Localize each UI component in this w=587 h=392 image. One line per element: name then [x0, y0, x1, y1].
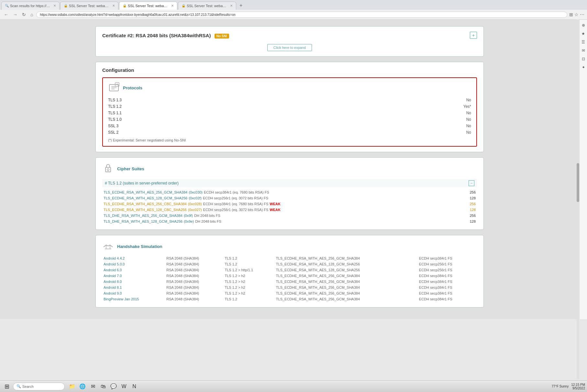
handshake-extra: ECDH secp384r1 FS [418, 285, 477, 290]
cipher-suite-name[interactable]: TLS_DHE_RSA_WITH_AES_128_GCM_SHA256 [104, 219, 183, 223]
extensions-icon[interactable]: ⊞ [569, 12, 573, 17]
protocol-name: TLS 1.2 [108, 103, 338, 110]
protocol-value: No [338, 116, 471, 123]
handshake-key: RSA 2048 (SHA384) [165, 285, 223, 290]
weak-badge: WEAK [270, 202, 281, 206]
cipher-suite-code: (0xc027) [188, 208, 202, 212]
tab-2[interactable]: 🔒 SSL Server Test: webappfrontdo... ✕ [60, 2, 118, 10]
url-box[interactable]: https://www.ssllabs.com/ssltest/analyze.… [36, 12, 567, 18]
home-button[interactable]: ⌂ [29, 11, 34, 18]
tab-2-close[interactable]: ✕ [112, 4, 115, 7]
scrollbar-thumb[interactable] [577, 163, 579, 202]
protocol-row: SSL 2No [108, 129, 471, 136]
cert-expand-icon-button[interactable]: + [470, 32, 477, 39]
handshake-suite: TLS_ECDHE_RSA_WITH_AES_256_GCM_SHA384 [275, 290, 418, 296]
handshake-key: RSA 2048 (SHA384) [165, 279, 223, 285]
settings-icon[interactable]: ⋯ [580, 12, 584, 17]
collapse-button[interactable]: − [469, 180, 474, 186]
protocols-title-link[interactable]: Protocols [123, 85, 142, 90]
back-button[interactable]: ← [3, 11, 10, 18]
handshake-key: RSA 2048 (SHA384) [165, 261, 223, 267]
handshake-protocol: TLS 1.2 > h2 [223, 285, 274, 290]
protocol-value: Yes* [338, 103, 471, 110]
refresh-button[interactable]: ↻ [21, 11, 27, 18]
handshake-title-link[interactable]: Handshake Simulation [117, 244, 162, 249]
sidebar-icon-4[interactable]: ✉ [581, 48, 586, 53]
cipher-row: TLS_DHE_RSA_WITH_AES_256_GCM_SHA384 (0x9… [102, 213, 477, 218]
protocol-row: TLS 1.0No [108, 116, 471, 123]
handshake-client[interactable]: Android 7.0 [102, 273, 165, 279]
favorites-icon[interactable]: ☆ [574, 12, 579, 17]
handshake-extra: ECDH secp384r1 FS [418, 279, 477, 285]
handshake-row: BingPreview Jan 2015RSA 2048 (SHA384)TLS… [102, 296, 477, 302]
right-sidebar: ⊕ ★ ☰ ✉ ⊡ ✦ [579, 20, 587, 319]
handshake-client[interactable]: Android 9.0 [102, 290, 165, 296]
protocols-icon [108, 82, 120, 94]
handshake-extra: ECDH secp384r1 FS [418, 273, 477, 279]
handshake-client[interactable]: Android 6.0 [102, 267, 165, 273]
sidebar-icon-6[interactable]: ✦ [581, 64, 586, 70]
handshake-suite: TLS_ECDHE_RSA_WITH_AES_256_GCM_SHA384 [275, 255, 418, 261]
main-content: Certificate #2: RSA 2048 bits (SHA384wit… [86, 20, 493, 319]
cipher-suite-name[interactable]: TLS_ECDHE_RSA_WITH_AES_256_GCM_SHA384 [104, 190, 187, 194]
handshake-extra: ECDH secp384r1 FS [418, 290, 477, 296]
forward-button[interactable]: → [12, 11, 19, 18]
tab-1-close[interactable]: ✕ [53, 4, 56, 7]
tab-4[interactable]: 🔒 SSL Server Test: webappfrontdo... ✕ [178, 2, 236, 10]
cipher-suite-name[interactable]: TLS_ECDHE_RSA_WITH_AES_128_GCM_SHA256 [104, 196, 187, 200]
tab-3-label: SSL Server Test: webappfrontdo... [128, 4, 169, 8]
protocol-value: No [338, 129, 471, 136]
tab-3-close[interactable]: ✕ [171, 4, 174, 7]
cipher-suite-bits: 128 [464, 208, 476, 212]
handshake-icon [102, 241, 114, 252]
toolbar-icons: ⊞ ☆ ⋯ [569, 12, 584, 17]
scrollbar-track[interactable] [577, 19, 579, 319]
cert-card-header: Certificate #2: RSA 2048 bits (SHA384wit… [102, 32, 477, 39]
handshake-suite: TLS_ECDHE_RSA_WITH_AES_128_GCM_SHA256 [275, 267, 418, 273]
cipher-suite-name: TLS_ECDHE_RSA_WITH_AES_128_CBC_SHA256 [104, 208, 187, 212]
address-bar: ← → ↻ ⌂ https://www.ssllabs.com/ssltest/… [0, 10, 587, 19]
cipher-header: Cipher Suites [102, 163, 477, 174]
handshake-client[interactable]: Android 5.0.0 [102, 261, 165, 267]
cert-title: Certificate #2: RSA 2048 bits (SHA384wit… [102, 33, 211, 38]
cipher-suite-code: (0xc030) [189, 190, 203, 194]
sidebar-icon-1[interactable]: ⊕ [581, 22, 586, 28]
handshake-row: Android 9.0RSA 2048 (SHA384)TLS 1.2 > h2… [102, 290, 477, 296]
handshake-extra: ECDH secp384r1 FS [418, 296, 477, 302]
config-section-title: Configuration [102, 67, 477, 73]
expand-button[interactable]: Click here to expand [267, 44, 312, 51]
handshake-section: Handshake Simulation Android 4.4.2RSA 20… [95, 235, 484, 308]
handshake-client[interactable]: Android 8.0 [102, 279, 165, 285]
cipher-suite-code: (0xc02f) [189, 196, 202, 200]
sidebar-icon-3[interactable]: ☰ [581, 39, 586, 45]
protocol-name: TLS 1.1 [108, 110, 338, 116]
cipher-suite-details: ECDH secp384r1 (eq. 7680 bits RSA) FS [204, 190, 464, 194]
handshake-protocol: TLS 1.2 > http/1.1 [223, 267, 274, 273]
cipher-suite-name[interactable]: TLS_DHE_RSA_WITH_AES_256_GCM_SHA384 [104, 214, 183, 218]
cipher-row: TLS_ECDHE_RSA_WITH_AES_128_CBC_SHA256 (0… [102, 207, 477, 213]
cipher-suite-bits: 256 [464, 214, 476, 218]
handshake-row: Android 5.0.0RSA 2048 (SHA384)TLS 1.2TLS… [102, 261, 477, 267]
protocol-row: TLS 1.3No [108, 97, 471, 103]
handshake-client[interactable]: BingPreview Jan 2015 [102, 296, 165, 302]
config-card: Configuration [95, 62, 484, 152]
handshake-key: RSA 2048 (SHA384) [165, 267, 223, 273]
handshake-row: Android 6.0RSA 2048 (SHA384)TLS 1.2 > ht… [102, 267, 477, 273]
protocol-value: No [338, 110, 471, 116]
cipher-title-link[interactable]: Cipher Suites [117, 166, 144, 171]
handshake-client[interactable]: Android 4.4.2 [102, 255, 165, 261]
handshake-row: Android 4.4.2RSA 2048 (SHA384)TLS 1.2TLS… [102, 255, 477, 261]
protocol-value: No [338, 123, 471, 129]
handshake-client[interactable]: Android 8.1 [102, 285, 165, 290]
tab-4-close[interactable]: ✕ [230, 4, 233, 7]
tab-3[interactable]: 🔒 SSL Server Test: webappfrontdo... ✕ [119, 2, 177, 10]
cipher-row: TLS_ECDHE_RSA_WITH_AES_128_GCM_SHA256 (0… [102, 195, 477, 201]
new-tab-button[interactable]: + [237, 1, 245, 10]
tab-bar: 🔍 Scan results for https://webapp... ✕ 🔒… [0, 0, 587, 10]
handshake-row: Android 7.0RSA 2048 (SHA384)TLS 1.2 > h2… [102, 273, 477, 279]
tab-1[interactable]: 🔍 Scan results for https://webapp... ✕ [1, 2, 60, 10]
sidebar-icon-5[interactable]: ⊡ [581, 56, 586, 62]
protocols-box: Protocols TLS 1.3NoTLS 1.2Yes*TLS 1.1NoT… [102, 77, 477, 147]
sidebar-icon-2[interactable]: ★ [581, 31, 586, 37]
handshake-suite: TLS_ECDHE_RSA_WITH_AES_256_GCM_SHA384 [275, 279, 418, 285]
